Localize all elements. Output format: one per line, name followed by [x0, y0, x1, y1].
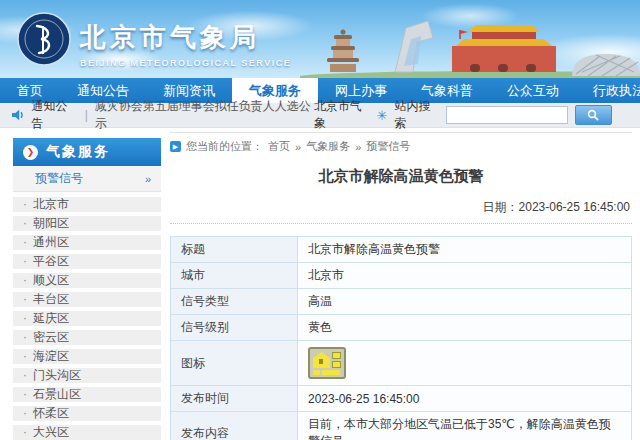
breadcrumb-warning-signals[interactable]: 预警信号 [366, 139, 410, 154]
sidebar-section-warning-signals[interactable]: 预警信号 » [13, 166, 161, 192]
sidebar-item-pinggu[interactable]: ·平谷区 [13, 254, 161, 269]
sidebar-item-chaoyang[interactable]: ·朝阳区 [13, 216, 161, 231]
district-label: 密云区 [33, 330, 69, 345]
district-label: 平谷区 [33, 254, 69, 269]
warning-icon-cell [298, 341, 632, 386]
dotted-divider [170, 223, 632, 224]
warning-chip [322, 370, 340, 375]
row-label: 标题 [171, 237, 298, 263]
breadcrumb-separator: » [295, 141, 301, 153]
bullet-icon: · [23, 330, 27, 345]
bullet-icon: · [23, 425, 27, 440]
page: 北京市气象局 BEIJING METEOROLOGICAL SERVICE [0, 0, 640, 440]
bullet-icon: · [23, 273, 27, 288]
warning-char-box [332, 361, 341, 368]
bullet-icon: · [23, 368, 27, 383]
sidebar-item-haidian[interactable]: ·海淀区 [13, 349, 161, 364]
sidebar-header: ❯ 气象服务 [13, 138, 161, 166]
breadcrumb-marker-icon: ▶ [170, 141, 181, 152]
breadcrumb-separator: » [355, 141, 361, 153]
warning-char-box [332, 352, 341, 359]
bullet-icon: · [23, 387, 27, 402]
district-label: 门头沟区 [33, 368, 81, 383]
sidebar-item-yanqing[interactable]: ·延庆区 [13, 311, 161, 326]
table-row: 发布内容 目前，本市大部分地区气温已低于35℃，解除高温黄色预警信号。 [171, 412, 632, 440]
bullet-icon: · [23, 254, 27, 269]
notice-right: 北京市气象 ✳ 站内搜索 [314, 98, 640, 132]
notice-bar: 通知公告 | 减灾协会第五届理事会拟任负责人人选公示 北京市气象 ✳ 站内搜索 [0, 103, 640, 128]
site-header: 北京市气象局 BEIJING METEOROLOGICAL SERVICE [0, 0, 640, 78]
bullet-icon: · [23, 292, 27, 307]
row-value: 北京市 [298, 263, 632, 289]
district-label: 丰台区 [33, 292, 69, 307]
meteorological-service-logo-icon [17, 12, 71, 66]
row-label: 图标 [171, 341, 298, 386]
notice-separator: | [85, 108, 88, 122]
date-label: 日期： [483, 200, 519, 214]
site-title: 北京市气象局 [80, 20, 291, 55]
high-temperature-yellow-warning-icon [308, 347, 346, 379]
notice-link[interactable]: 减灾协会第五届理事会拟任负责人人选公示 [95, 98, 314, 132]
bullet-icon: · [23, 311, 27, 326]
breadcrumb-prefix: 您当前的位置： [186, 139, 263, 154]
sidebar-item-daxing[interactable]: ·大兴区 [13, 425, 161, 440]
table-row: 信号类型 高温 [171, 289, 632, 315]
search-button[interactable] [575, 105, 612, 125]
sidebar-item-huairou[interactable]: ·怀柔区 [13, 406, 161, 421]
district-label: 朝阳区 [33, 216, 69, 231]
bullet-icon: · [23, 197, 27, 212]
district-label: 通州区 [33, 235, 69, 250]
row-label: 信号类型 [171, 289, 298, 315]
sidebar-item-tongzhou[interactable]: ·通州区 [13, 235, 161, 250]
site-name-link[interactable]: 北京市气象 [314, 98, 370, 132]
breadcrumb-weather-services[interactable]: 气象服务 [306, 139, 350, 154]
breadcrumb: ▶ 您当前的位置： 首页 » 气象服务 » 预警信号 [170, 139, 632, 154]
notice-label: 通知公告 [32, 98, 78, 132]
breadcrumb-home[interactable]: 首页 [268, 139, 290, 154]
bullet-icon: · [23, 216, 27, 231]
district-label: 怀柔区 [33, 406, 69, 421]
bullet-icon: · [23, 349, 27, 364]
sidebar-item-beijing[interactable]: ·北京市 [13, 197, 161, 212]
warning-detail-table: 标题 北京市解除高温黄色预警 城市 北京市 信号类型 高温 信号级别 黄色 图标 [170, 236, 632, 440]
bullet-icon: · [23, 406, 27, 421]
sidebar: ❯ 气象服务 预警信号 » ·北京市 ·朝阳区 ·通州区 ·平谷区 ·顺义区 ·… [13, 138, 161, 440]
sidebar-title: 气象服务 [46, 143, 110, 161]
date-value: 2023-06-25 16:45:00 [519, 200, 630, 214]
district-label: 北京市 [33, 197, 69, 212]
bullet-icon: · [23, 235, 27, 250]
table-row: 城市 北京市 [171, 263, 632, 289]
site-search-icon: ✳ [377, 108, 388, 123]
logo-text: 北京市气象局 BEIJING METEOROLOGICAL SERVICE [80, 20, 291, 68]
circle-arrow-icon: ❯ [23, 145, 38, 160]
row-value: 2023-06-25 16:45:00 [298, 386, 632, 412]
speaker-icon [12, 109, 25, 121]
warning-symbol [313, 352, 330, 368]
table-row: 发布时间 2023-06-25 16:45:00 [171, 386, 632, 412]
sidebar-item-shijingshan[interactable]: ·石景山区 [13, 387, 161, 402]
row-value: 北京市解除高温黄色预警 [298, 237, 632, 263]
article-title: 北京市解除高温黄色预警 [170, 167, 632, 186]
row-label: 发布时间 [171, 386, 298, 412]
search-input[interactable] [446, 106, 568, 124]
site-subtitle: BEIJING METEOROLOGICAL SERVICE [80, 58, 291, 68]
row-value: 黄色 [298, 315, 632, 341]
district-list: ·北京市 ·朝阳区 ·通州区 ·平谷区 ·顺义区 ·丰台区 ·延庆区 ·密云区 … [13, 197, 161, 440]
sidebar-item-miyun[interactable]: ·密云区 [13, 330, 161, 345]
warning-chip [313, 370, 320, 375]
sidebar-item-mentougou[interactable]: ·门头沟区 [13, 368, 161, 383]
sidebar-item-fengtai[interactable]: ·丰台区 [13, 292, 161, 307]
district-label: 大兴区 [33, 425, 69, 440]
magnifier-icon [587, 109, 599, 121]
notice-left: 通知公告 | 减灾协会第五届理事会拟任负责人人选公示 [0, 98, 314, 132]
main-content: ▶ 您当前的位置： 首页 » 气象服务 » 预警信号 北京市解除高温黄色预警 日… [170, 132, 632, 440]
district-label: 海淀区 [33, 349, 69, 364]
row-value: 目前，本市大部分地区气温已低于35℃，解除高温黄色预警信号。 [298, 412, 632, 440]
row-label: 城市 [171, 263, 298, 289]
district-label: 顺义区 [33, 273, 69, 288]
site-search-label: 站内搜索 [394, 98, 438, 132]
table-row: 图标 [171, 341, 632, 386]
publish-date-row: 日期：2023-06-25 16:45:00 [170, 199, 632, 216]
table-row: 标题 北京市解除高温黄色预警 [171, 237, 632, 263]
sidebar-item-shunyi[interactable]: ·顺义区 [13, 273, 161, 288]
